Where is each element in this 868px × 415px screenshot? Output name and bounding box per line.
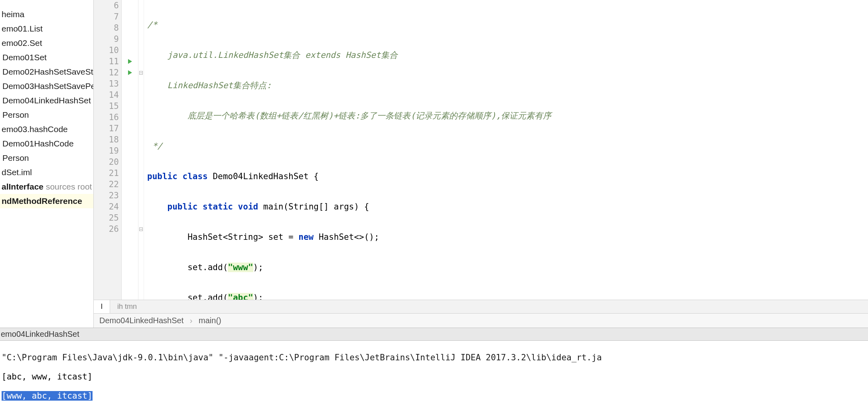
tree-item[interactable]: heima — [0, 7, 93, 22]
code-editor[interactable]: /* java.util.LinkedHashSet集合 extends Has… — [144, 0, 868, 300]
run-gutter-icon[interactable] — [128, 70, 132, 75]
tree-item[interactable]: alInterface sources root — [0, 180, 93, 194]
breadcrumb-item[interactable]: Demo04LinkedHashSet — [99, 316, 183, 325]
line-number: 21 — [96, 168, 119, 179]
tree-item[interactable]: dSet.iml — [0, 165, 93, 180]
tree-item[interactable]: emo02.Set — [0, 36, 93, 50]
tree-item[interactable]: emo01.List — [0, 22, 93, 36]
line-number: 9 — [96, 34, 119, 45]
line-number: 7 — [96, 11, 119, 22]
chevron-right-icon: › — [190, 316, 193, 325]
tree-item[interactable]: Demo02HashSetSaveString — [0, 65, 93, 79]
tab[interactable]: l — [94, 300, 110, 313]
run-console[interactable]: "C:\Program Files\Java\jdk-9.0.1\bin\jav… — [0, 341, 868, 415]
line-number: 15 — [96, 101, 119, 112]
line-number: 20 — [96, 156, 119, 168]
run-tool-window-header[interactable]: emo04LinkedHashSet — [0, 328, 868, 341]
line-number: 8 — [96, 22, 119, 34]
bottom-tabs: l ih tmn — [94, 300, 868, 313]
fold-gutter: − − — [138, 0, 144, 300]
line-number: 12 — [96, 67, 119, 78]
line-number: 14 — [96, 89, 119, 101]
line-number: 24 — [96, 201, 119, 212]
tree-item[interactable]: emo03.hashCode — [0, 122, 93, 136]
line-number: 19 — [96, 145, 119, 156]
main-area: heima emo01.List emo02.Set Demo01Set Dem… — [0, 0, 868, 328]
line-number: 22 — [96, 179, 119, 190]
tab[interactable]: ih tmn — [110, 300, 144, 313]
tree-item[interactable]: Person — [0, 151, 93, 165]
line-number: 25 — [96, 212, 119, 223]
tree-item[interactable]: Demo03HashSetSavePerson — [0, 79, 93, 93]
tree-item[interactable]: Demo04LinkedHashSet — [0, 93, 93, 108]
line-number: 13 — [96, 78, 119, 89]
run-gutter-icon[interactable] — [128, 59, 132, 64]
line-number: 26 — [96, 223, 119, 235]
run-marker-gutter — [122, 0, 138, 300]
line-number: 16 — [96, 112, 119, 123]
breadcrumb-item[interactable]: main() — [199, 316, 221, 325]
code-viewport: 67891011121314151617181920212223242526 −… — [94, 0, 868, 300]
tree-item[interactable]: Person — [0, 108, 93, 122]
tree-item[interactable]: Demo01HashCode — [0, 136, 93, 151]
fold-toggle-icon[interactable]: − — [139, 71, 143, 75]
line-number: 6 — [96, 0, 119, 11]
console-output: [abc, www, itcast] — [2, 372, 866, 381]
console-output-selected: [www, abc, itcast] — [2, 391, 866, 401]
line-number: 23 — [96, 190, 119, 201]
breadcrumb: Demo04LinkedHashSet › main() — [94, 313, 868, 328]
fold-toggle-icon[interactable]: − — [139, 227, 143, 231]
line-number: 11 — [96, 56, 119, 67]
line-number: 17 — [96, 123, 119, 134]
editor-area: 67891011121314151617181920212223242526 −… — [94, 0, 868, 328]
line-number: 18 — [96, 134, 119, 145]
line-number: 10 — [96, 45, 119, 56]
tree-item[interactable]: Demo01Set — [0, 50, 93, 65]
console-command: "C:\Program Files\Java\jdk-9.0.1\bin\jav… — [2, 353, 866, 362]
tree-item-selected[interactable]: ndMethodReference — [0, 194, 93, 208]
line-number-gutter: 67891011121314151617181920212223242526 — [94, 0, 122, 300]
project-tree[interactable]: heima emo01.List emo02.Set Demo01Set Dem… — [0, 0, 94, 328]
